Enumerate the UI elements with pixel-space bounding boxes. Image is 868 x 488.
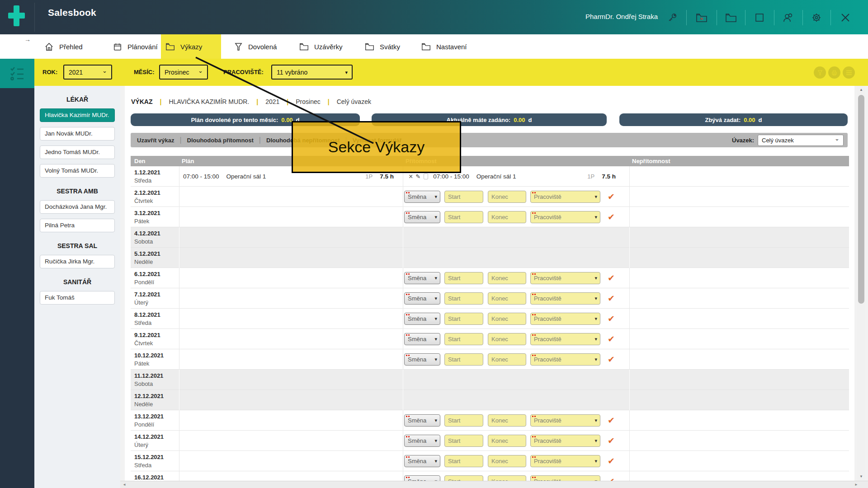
confirm-check-button[interactable]: ✔ <box>608 192 615 202</box>
tab-svatky[interactable]: Svátky <box>360 34 405 59</box>
vertical-scrollbar-thumb[interactable] <box>858 95 864 304</box>
start-time-input[interactable]: Start <box>444 191 483 203</box>
close-app-icon[interactable] <box>839 11 852 24</box>
password-key-icon[interactable] <box>665 11 679 24</box>
workplace-select[interactable]: Pracoviště▾ <box>530 313 600 325</box>
toolbar-action[interactable]: Uzavřít výkaz <box>137 137 174 144</box>
sidebar-item[interactable]: Jedno Tomáš MUDr. <box>40 145 115 159</box>
end-time-input[interactable]: Konec <box>488 292 526 305</box>
end-time-input[interactable]: Konec <box>488 272 526 284</box>
tab-uzaverky[interactable]: Uzávěrky <box>295 34 347 59</box>
end-time-input[interactable]: Konec <box>488 333 526 345</box>
shift-select[interactable]: Směna▾ <box>404 313 440 325</box>
start-time-input[interactable]: Start <box>444 313 483 325</box>
sidebar-item[interactable]: Hlavička Kazimír MUDr. <box>40 108 115 122</box>
workplace-select[interactable]: Pracoviště▾ <box>530 414 600 427</box>
shift-select[interactable]: Směna▾ <box>404 414 440 427</box>
copy-entry-icon[interactable] <box>424 174 428 179</box>
menu-button[interactable] <box>843 66 855 79</box>
start-time-input[interactable]: Start <box>444 272 483 284</box>
scroll-left-icon[interactable]: ◄ <box>123 483 126 487</box>
folder-icon[interactable] <box>724 11 738 24</box>
left-rail <box>0 88 34 488</box>
rok-select[interactable]: 2021 ⌄ <box>63 65 112 80</box>
end-time-input[interactable]: Konec <box>488 435 526 447</box>
settings-gear-icon[interactable] <box>810 11 823 24</box>
end-time-input[interactable]: Konec <box>488 211 526 223</box>
confirm-check-button[interactable]: ✔ <box>608 436 615 446</box>
confirm-check-button[interactable]: ✔ <box>608 456 615 466</box>
shift-select[interactable]: Směna▾ <box>404 333 440 345</box>
sidebar-item[interactable]: Volný Tomáš MUDr. <box>40 164 115 178</box>
sidebar-item[interactable]: Docházková Jana Mgr. <box>40 200 115 214</box>
edit-entry-icon[interactable]: ✎ <box>415 173 420 180</box>
sidebar-item[interactable]: Jan Novák MUDr. <box>40 127 115 141</box>
shift-select[interactable]: Směna▾ <box>404 272 440 284</box>
end-time-input[interactable]: Konec <box>488 455 526 467</box>
workplace-select[interactable]: Pracoviště▾ <box>530 455 600 467</box>
sidebar-section-title: SESTRA AMB <box>34 188 120 195</box>
shift-select[interactable]: Směna▾ <box>404 292 440 305</box>
shift-select[interactable]: Směna▾ <box>404 435 440 447</box>
end-time-input[interactable]: Konec <box>488 414 526 427</box>
tab-prehled[interactable]: Přehled <box>40 34 87 59</box>
shift-select[interactable]: Směna▾ <box>404 455 440 467</box>
workplace-select-placeholder: Pracoviště <box>531 417 594 424</box>
sidebar-item[interactable]: Fuk Tomáš <box>40 291 115 305</box>
mesic-select[interactable]: Prosinec ⌄ <box>159 65 208 80</box>
start-time-input[interactable]: Start <box>444 292 483 305</box>
confirm-check-button[interactable]: ✔ <box>608 415 615 426</box>
workplace-select[interactable]: Pracoviště▾ <box>530 333 600 345</box>
sidebar-item[interactable]: Ručička Jirka Mgr. <box>40 255 115 268</box>
sidebar-item[interactable]: Pilná Petra <box>40 219 115 232</box>
pracoviste-select[interactable]: 11 vybráno ▾ <box>271 65 353 80</box>
filter-button[interactable] <box>814 66 826 79</box>
workplace-select[interactable]: Pracoviště▾ <box>530 191 600 203</box>
dropdown-arrow-icon: ▾ <box>594 458 600 464</box>
confirm-check-button[interactable]: ✔ <box>608 273 615 283</box>
tab-vykazy[interactable]: Výkazy <box>161 34 221 59</box>
end-time-input[interactable]: Konec <box>488 313 526 325</box>
row-day: Čtvrtek <box>134 340 179 347</box>
required-marker <box>406 273 407 275</box>
shift-select[interactable]: Směna▾ <box>404 211 440 223</box>
tab-nastaveni[interactable]: Nastavení <box>417 34 472 59</box>
print-button[interactable] <box>828 66 840 79</box>
vertical-scrollbar[interactable]: ▲ ▼ <box>857 86 865 481</box>
start-time-input[interactable]: Start <box>444 455 483 467</box>
tab-planovani[interactable]: Plánování <box>108 34 162 59</box>
workplace-select[interactable]: Pracoviště▾ <box>530 211 600 223</box>
nav-back-arrow-icon[interactable]: → <box>24 36 31 43</box>
confirm-check-button[interactable]: ✔ <box>608 314 615 324</box>
workplace-select[interactable]: Pracoviště▾ <box>530 272 600 284</box>
start-time-input[interactable]: Start <box>444 435 483 447</box>
start-time-input[interactable]: Start <box>444 414 483 427</box>
scroll-right-icon[interactable]: ► <box>854 483 858 487</box>
confirm-check-button[interactable]: ✔ <box>608 334 615 344</box>
workplace-select[interactable]: Pracoviště▾ <box>530 435 600 447</box>
horizontal-scrollbar[interactable]: ◄ ► <box>120 481 868 488</box>
start-time-input[interactable]: Start <box>444 353 483 366</box>
scroll-up-icon[interactable]: ▲ <box>857 88 865 92</box>
start-time-input[interactable]: Start <box>444 211 483 223</box>
sidebar-checklist-toggle[interactable] <box>0 59 34 88</box>
workplace-select[interactable]: Pracoviště▾ <box>530 353 600 366</box>
tab-dovolena[interactable]: Dovolená <box>230 34 281 59</box>
presence-cell: Směna▾StartKonecPracoviště▾✔ <box>403 288 629 309</box>
end-time-input[interactable]: Konec <box>488 191 526 203</box>
uvazek-select[interactable]: Celý úvazek ⌄ <box>758 135 844 146</box>
stop-square-icon[interactable] <box>753 11 766 24</box>
confirm-check-button[interactable]: ✔ <box>608 212 615 222</box>
workplace-select[interactable]: Pracoviště▾ <box>530 292 600 305</box>
confirm-check-button[interactable]: ✔ <box>608 293 615 304</box>
user-search-icon[interactable] <box>781 11 795 24</box>
folder-n-icon[interactable]: N <box>695 11 708 24</box>
shift-select[interactable]: Směna▾ <box>404 353 440 366</box>
shift-select[interactable]: Směna▾ <box>404 191 440 203</box>
start-time-input[interactable]: Start <box>444 333 483 345</box>
confirm-check-button[interactable]: ✔ <box>608 354 615 365</box>
delete-entry-icon[interactable]: × <box>409 173 413 181</box>
scroll-down-icon[interactable]: ▼ <box>857 474 865 479</box>
end-time-input[interactable]: Konec <box>488 353 526 366</box>
toolbar-action[interactable]: Dlouhodobá přítomnost <box>187 137 254 144</box>
